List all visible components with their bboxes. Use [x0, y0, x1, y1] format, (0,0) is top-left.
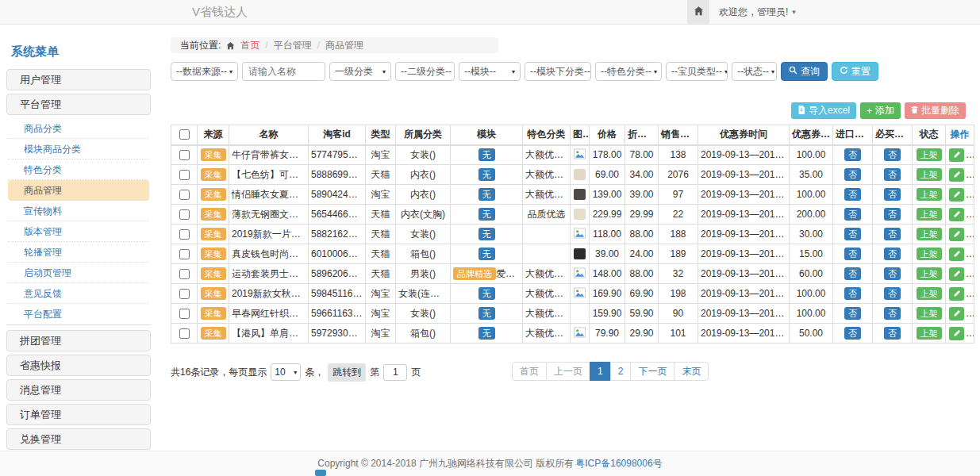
page-button[interactable]: 上一页 — [546, 362, 590, 381]
import-select-badge[interactable]: 否 — [844, 327, 861, 340]
page-button[interactable]: 1 — [590, 362, 611, 381]
import-select-badge[interactable]: 否 — [844, 208, 861, 221]
row-checkbox[interactable] — [179, 190, 190, 200]
must-buy-badge[interactable]: 否 — [884, 267, 901, 280]
per-page-select[interactable]: 10 ▾ — [271, 363, 301, 381]
sidebar-subitem[interactable]: 平台配置 — [8, 304, 149, 324]
sidebar-item[interactable]: 平台管理 — [6, 94, 151, 115]
edit-button[interactable] — [949, 267, 964, 281]
breadcrumb-home-link[interactable]: 首页 — [240, 39, 259, 52]
row-checkbox[interactable] — [179, 328, 190, 339]
import-select-badge[interactable]: 否 — [844, 188, 861, 201]
must-buy-badge[interactable]: 否 — [884, 327, 901, 340]
row-checkbox[interactable] — [179, 289, 190, 299]
import-select-badge[interactable]: 否 — [844, 307, 861, 320]
page-button[interactable]: 2 — [610, 362, 632, 381]
sidebar-subitem[interactable]: 轮播管理 — [8, 242, 149, 263]
status-badge[interactable]: 上架 — [917, 188, 942, 201]
edit-button[interactable] — [949, 168, 964, 182]
status-badge[interactable]: 上架 — [917, 307, 942, 320]
filter-select[interactable]: 一级分类▾ — [329, 62, 391, 81]
status-badge[interactable]: 上架 — [917, 267, 942, 280]
status-badge[interactable]: 上架 — [917, 327, 942, 340]
edit-button[interactable] — [949, 287, 964, 301]
sidebar-item[interactable]: 订单管理 — [6, 404, 151, 425]
add-button[interactable]: + 添加 — [860, 102, 901, 119]
status-badge[interactable]: 上架 — [917, 248, 942, 260]
must-buy-badge[interactable]: 否 — [884, 228, 901, 240]
filter-select[interactable]: --模块--▾ — [459, 62, 521, 81]
icp-link[interactable]: 粤ICP备16098006号 — [575, 457, 662, 470]
status-badge[interactable]: 上架 — [917, 168, 942, 181]
navbar-home-button[interactable] — [687, 0, 709, 24]
row-checkbox[interactable] — [179, 249, 190, 259]
must-buy-badge[interactable]: 否 — [884, 307, 901, 320]
name-cell: 【港风】单肩斜跨链条... — [229, 324, 309, 344]
reset-button[interactable]: 重置 — [832, 62, 878, 81]
breadcrumb-item-goods[interactable]: 商品管理 — [325, 39, 363, 52]
sidebar-item[interactable]: 兑换管理 — [6, 428, 151, 450]
sidebar-subitem[interactable]: 模块商品分类 — [8, 139, 149, 159]
edit-button[interactable] — [949, 327, 964, 340]
must-buy-badge[interactable]: 否 — [884, 148, 901, 161]
sidebar-title: 系统菜单 — [6, 44, 151, 69]
sidebar-item[interactable]: 消息管理 — [6, 379, 151, 401]
sidebar-subitem[interactable]: 宣传物料 — [8, 201, 149, 221]
row-checkbox[interactable] — [179, 170, 190, 180]
import-select-badge[interactable]: 否 — [844, 228, 861, 240]
filter-select[interactable]: --特色分类--▾ — [595, 62, 662, 81]
sidebar-item[interactable]: 拼团管理 — [6, 330, 151, 351]
must-buy-badge[interactable]: 否 — [884, 287, 901, 300]
select-all-checkbox[interactable] — [179, 129, 190, 140]
row-checkbox[interactable] — [179, 269, 190, 279]
import-excel-button[interactable]: 导入excel — [791, 102, 856, 119]
import-select-badge[interactable]: 否 — [844, 168, 861, 181]
status-badge[interactable]: 上架 — [917, 148, 942, 161]
must-buy-badge[interactable]: 否 — [884, 188, 901, 201]
must-buy-badge[interactable]: 否 — [884, 168, 901, 181]
status-badge[interactable]: 上架 — [917, 208, 942, 221]
import-select-badge[interactable]: 否 — [844, 267, 861, 280]
sidebar-item[interactable]: 用户管理 — [6, 69, 151, 90]
sidebar-subitem[interactable]: 商品管理 — [8, 180, 149, 201]
edit-button[interactable] — [949, 307, 964, 321]
import-select-badge[interactable]: 否 — [844, 148, 861, 161]
filter-select[interactable]: --状态--▾ — [732, 62, 777, 81]
sidebar-item[interactable]: 省惠快报 — [6, 355, 151, 376]
sidebar-subitem[interactable]: 特色分类 — [8, 159, 149, 180]
filter-select[interactable]: --宝贝类型--▾ — [666, 62, 728, 81]
sidebar-subitem[interactable]: 启动页管理 — [8, 263, 149, 283]
edit-button[interactable] — [949, 248, 964, 261]
query-button[interactable]: 查询 — [781, 62, 828, 81]
filter-select[interactable]: --二级分类--▾ — [395, 62, 455, 81]
row-checkbox[interactable] — [179, 209, 190, 220]
column-header: 淘客id — [309, 125, 366, 145]
sidebar-subitem[interactable]: 版本管理 — [8, 221, 149, 242]
page-number-input[interactable] — [383, 364, 407, 381]
status-badge[interactable]: 上架 — [917, 287, 942, 300]
must-buy-badge[interactable]: 否 — [884, 208, 901, 221]
user-menu[interactable]: 欢迎您，管理员! ▾ — [719, 0, 796, 24]
edit-button[interactable] — [949, 208, 964, 221]
must-buy-badge[interactable]: 否 — [884, 248, 901, 260]
edit-button[interactable] — [949, 188, 964, 202]
import-select-badge[interactable]: 否 — [844, 287, 861, 300]
page-button[interactable]: 下一页 — [630, 362, 674, 381]
filter-select[interactable]: --数据来源--▾ — [171, 62, 238, 81]
page-button[interactable]: 首页 — [512, 362, 547, 381]
batch-delete-button[interactable]: 批量删除 — [905, 102, 966, 119]
filter-select[interactable]: --模块下分类--▾ — [525, 62, 591, 81]
row-checkbox[interactable] — [179, 229, 190, 240]
import-select-badge[interactable]: 否 — [844, 248, 861, 260]
sidebar-subitem[interactable]: 商品分类 — [8, 118, 149, 139]
row-checkbox[interactable] — [179, 150, 190, 160]
status-badge[interactable]: 上架 — [917, 228, 942, 240]
page-button[interactable]: 末页 — [674, 362, 709, 381]
edit-button[interactable] — [949, 148, 964, 162]
edit-button[interactable] — [949, 228, 964, 241]
sidebar-subitem[interactable]: 意见反馈 — [8, 283, 149, 304]
row-checkbox[interactable] — [179, 309, 190, 319]
search-name-input[interactable] — [242, 62, 325, 81]
breadcrumb-item-platform[interactable]: 平台管理 — [274, 39, 312, 52]
jump-button[interactable]: 跳转到 — [328, 363, 366, 382]
